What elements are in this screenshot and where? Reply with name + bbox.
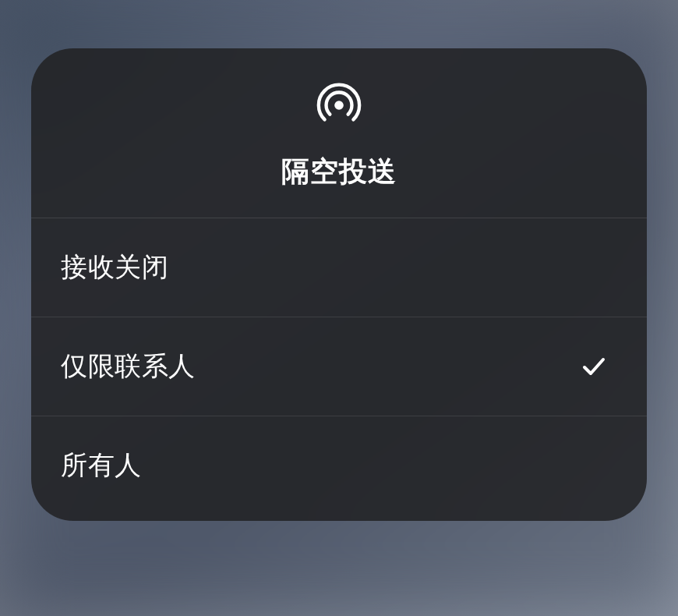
- panel-header: 隔空投送: [31, 48, 647, 218]
- checkmark-icon: [580, 352, 608, 381]
- airdrop-settings-panel: 隔空投送 接收关闭 仅限联系人 所有人: [31, 48, 647, 521]
- svg-point-0: [334, 101, 344, 110]
- option-everyone[interactable]: 所有人: [31, 416, 647, 521]
- option-label: 接收关闭: [61, 250, 168, 285]
- option-contacts-only[interactable]: 仅限联系人: [31, 317, 647, 416]
- airdrop-icon: [315, 81, 363, 129]
- option-label: 所有人: [61, 448, 142, 483]
- option-label: 仅限联系人: [61, 349, 196, 384]
- panel-title: 隔空投送: [281, 153, 397, 191]
- option-receiving-off[interactable]: 接收关闭: [31, 218, 647, 317]
